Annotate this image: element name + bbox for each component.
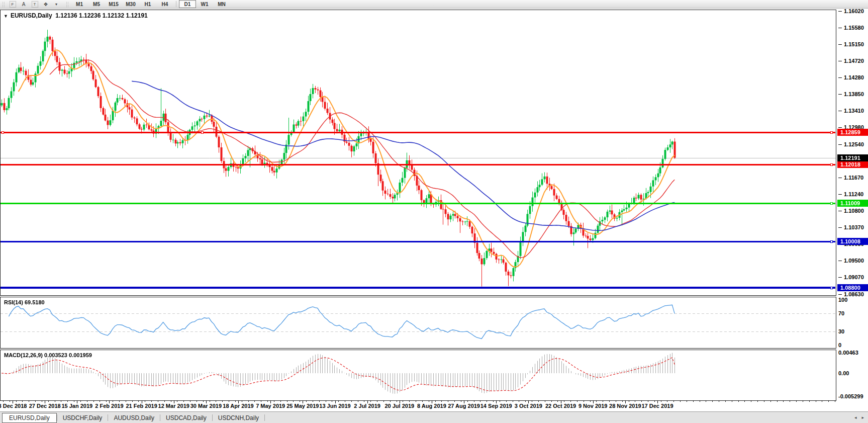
date-minor-tick [751, 401, 751, 402]
date-minor-tick [332, 401, 332, 402]
date-minor-tick [190, 401, 190, 402]
line-handle[interactable] [2, 131, 4, 134]
candlestick-canvas[interactable] [1, 10, 836, 295]
timeframe-button-M5[interactable]: M5 [88, 0, 105, 8]
date-minor-tick [164, 401, 165, 402]
rsi-pane[interactable] [0, 297, 836, 349]
date-minor-tick [113, 401, 113, 402]
symbol-tab-bar: EURUSD,DailyUSDCHF,DailyAUDUSD,DailyUSDC… [0, 411, 868, 423]
date-minor-tick [216, 401, 216, 402]
date-label: 20 Jul 2019 [384, 403, 414, 409]
tab-eurusd[interactable]: EURUSD,Daily [2, 413, 57, 423]
tab-scroll-arrows: ◂ ▸ [854, 415, 864, 420]
date-label: 9 Nov 2019 [578, 403, 607, 409]
date-minor-tick [680, 401, 681, 402]
date-minor-tick [454, 401, 455, 402]
timeframe-button-H1[interactable]: H1 [139, 0, 156, 8]
date-label: 18 Apr 2019 [223, 403, 253, 409]
timeframe-button-M30[interactable]: M30 [122, 0, 139, 8]
tab-scroll-right-icon[interactable]: ▸ [861, 415, 864, 420]
line-handle[interactable] [830, 202, 833, 205]
date-minor-tick [93, 401, 94, 402]
date-minor-tick [822, 401, 822, 402]
date-minor-tick [506, 401, 507, 402]
horizontal-line-1.11009[interactable] [1, 203, 835, 204]
date-label: 12 Mar 2019 [158, 403, 189, 409]
shapes-caret-icon[interactable]: ▾ [52, 1, 61, 8]
price-axis-tick: 1.09070 [844, 274, 864, 281]
rsi-axis-tick: 0 [838, 342, 841, 349]
rsi-canvas[interactable] [1, 297, 836, 348]
date-minor-tick [3, 401, 4, 402]
text-label-icon[interactable]: T [30, 1, 39, 8]
main-chart-pane[interactable] [0, 10, 836, 296]
timeframe-button-H4[interactable]: H4 [156, 0, 173, 8]
timeframe-button-M15[interactable]: M15 [105, 0, 122, 8]
tick-dash [838, 94, 842, 95]
date-minor-tick [29, 401, 29, 402]
date-minor-tick [738, 401, 739, 402]
timeframe-button-M1[interactable]: M1 [71, 0, 88, 8]
macd-pane[interactable] [0, 350, 836, 401]
fibo-box-icon[interactable]: F [8, 1, 17, 8]
horizontal-line-1.10008[interactable] [1, 241, 835, 242]
date-minor-tick [493, 401, 494, 402]
date-minor-tick [274, 401, 274, 402]
date-label: 21 Feb 2019 [126, 403, 157, 409]
shapes-icon[interactable]: ❖ [41, 1, 50, 8]
drawing-tools-group: FAT❖▾ [7, 1, 62, 8]
macd-axis-tick: 0.00 [838, 370, 849, 377]
date-minor-tick [177, 401, 177, 402]
date-minor-tick [584, 401, 584, 402]
date-minor-tick [609, 401, 610, 402]
collapse-arrow-icon[interactable]: ▼ [4, 14, 8, 19]
date-minor-tick [364, 401, 364, 402]
tick-dash [838, 77, 842, 78]
line-handle[interactable] [830, 287, 833, 289]
rsi-label: RSI(14) 69.5180 [4, 299, 45, 305]
date-label: 14 Sep 2019 [480, 403, 512, 409]
date-label: 7 May 2019 [256, 403, 285, 409]
horizontal-line-1.08800[interactable] [1, 287, 835, 289]
timeframe-button-W1[interactable]: W1 [196, 0, 213, 8]
date-minor-tick [712, 401, 713, 402]
date-minor-tick [10, 401, 10, 402]
date-minor-tick [158, 401, 158, 402]
arrow-a-icon[interactable]: A [19, 1, 28, 8]
date-minor-tick [448, 401, 448, 402]
tab-audusd[interactable]: AUDUSD,Daily [108, 413, 160, 422]
date-minor-tick [500, 401, 500, 402]
date-minor-tick [87, 401, 87, 402]
tab-scroll-left-icon[interactable]: ◂ [854, 415, 857, 420]
date-minor-tick [422, 401, 423, 402]
date-minor-tick [474, 401, 474, 402]
tab-usdchf[interactable]: USDCHF,Daily [57, 413, 108, 422]
date-label: 22 Oct 2019 [545, 403, 576, 409]
line-price-label-1.12859: 1.12859 [837, 129, 868, 136]
date-label: 27 Aug 2019 [448, 403, 480, 409]
tab-usdcnh[interactable]: USDCNH,Daily [213, 413, 264, 422]
line-handle[interactable] [830, 131, 833, 134]
date-minor-tick [358, 401, 358, 402]
date-minor-tick [803, 401, 803, 402]
line-handle[interactable] [830, 240, 833, 243]
tick-dash [838, 61, 842, 61]
date-minor-tick [777, 401, 778, 402]
tab-usdcad[interactable]: USDCAD,Daily [160, 413, 212, 422]
date-minor-tick [519, 401, 519, 402]
horizontal-line-1.12018[interactable] [1, 164, 835, 165]
timeframe-button-D1[interactable]: D1 [179, 0, 196, 8]
date-minor-tick [235, 401, 236, 402]
timeframe-button-MN[interactable]: MN [213, 0, 230, 8]
toolbar-grip[interactable] [2, 2, 5, 7]
macd-canvas[interactable] [1, 350, 836, 400]
toolbar-grip-2[interactable] [66, 2, 69, 7]
date-minor-tick [835, 401, 835, 402]
date-minor-tick [229, 401, 229, 402]
horizontal-line-1.12859[interactable] [1, 132, 835, 133]
line-handle[interactable] [830, 163, 833, 166]
date-minor-tick [183, 401, 184, 402]
date-minor-tick [151, 401, 152, 402]
line-handle[interactable] [201, 131, 204, 134]
date-minor-tick [313, 401, 313, 402]
